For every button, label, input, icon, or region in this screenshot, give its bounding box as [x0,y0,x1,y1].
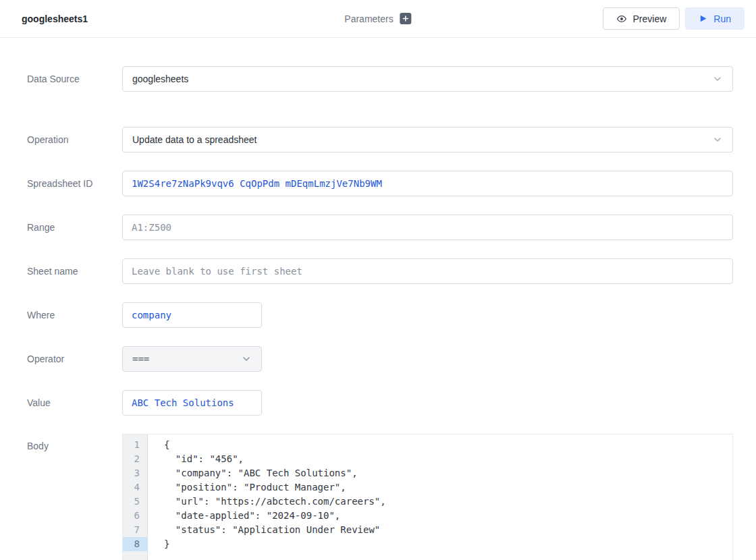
add-parameter-button[interactable] [400,13,412,24]
step-title: googlesheets1 [22,13,88,24]
run-button[interactable]: Run [685,7,745,30]
spreadsheet-id-input[interactable] [122,171,733,196]
header-actions: Preview Run [603,7,745,30]
code-line[interactable]: 8} [123,537,732,551]
code-line-text: "position": "Product Manager", [148,480,346,495]
field-row-value: Value [27,390,733,416]
chevron-down-icon [712,74,723,84]
field-row-spreadsheet-id: Spreadsheet ID [27,171,733,196]
chevron-down-icon [241,354,252,364]
code-line[interactable]: 7 "status": "Application Under Review" [123,523,732,537]
data-source-label: Data Source [27,74,122,84]
value-label: Value [27,397,122,408]
field-row-where: Where [27,302,733,328]
plus-icon [403,16,409,22]
code-line[interactable]: 4 "position": "Product Manager", [123,480,732,495]
field-row-data-source: Data Source googlesheets [27,66,733,92]
eye-icon [616,13,627,24]
line-number: 7 [123,523,148,537]
operation-select[interactable]: Update data to a spreadsheet [122,127,733,152]
code-line[interactable]: 1{ [123,438,732,452]
code-line-text: { [148,438,169,452]
sheet-name-input[interactable] [122,258,733,284]
field-row-sheet-name: Sheet name [27,258,733,284]
parameters-section: Parameters [344,13,411,24]
operation-value: Update data to a spreadsheet [132,134,256,145]
line-number: 2 [123,452,148,466]
spreadsheet-id-label: Spreadsheet ID [27,178,122,189]
code-line-text: "url": "https://abctech.com/careers", [148,495,386,509]
preview-button-label: Preview [633,13,667,24]
body-code-editor[interactable]: 1{2 "id": "456",3 "company": "ABC Tech S… [122,434,733,560]
line-number: 1 [123,438,148,452]
code-line-text: "date-applied": "2024-09-10", [148,509,340,523]
range-input[interactable] [122,215,733,240]
field-row-body: Body 1{2 "id": "456",3 "company": "ABC T… [27,434,733,560]
code-line[interactable]: 5 "url": "https://abctech.com/careers", [123,495,732,509]
body-label: Body [27,434,122,451]
line-number: 6 [123,509,148,523]
code-line-text: "company": "ABC Tech Solutions", [148,466,358,480]
run-button-label: Run [713,13,731,24]
code-line[interactable]: 3 "company": "ABC Tech Solutions", [123,466,732,480]
chevron-down-icon [712,134,723,145]
operation-label: Operation [27,134,122,145]
line-number: 4 [123,480,148,495]
line-number: 5 [123,495,148,509]
field-row-operator: Operator === [27,346,733,372]
data-source-select[interactable]: googlesheets [122,66,733,92]
code-lines: 1{2 "id": "456",3 "company": "ABC Tech S… [123,438,732,551]
code-line[interactable]: 2 "id": "456", [123,452,732,466]
parameters-form: Data Source googlesheets Operation Updat… [0,38,756,560]
line-number: 8 [123,537,148,551]
code-line-text: "id": "456", [148,452,244,466]
operator-select[interactable]: === [122,346,262,372]
code-line-text: "status": "Application Under Review" [148,523,380,537]
operator-value: === [132,354,149,364]
preview-button[interactable]: Preview [603,7,680,30]
where-label: Where [27,310,122,320]
data-source-value: googlesheets [132,74,188,84]
sheet-name-label: Sheet name [27,266,122,277]
parameters-label: Parameters [344,13,393,24]
field-row-range: Range [27,215,733,240]
where-input[interactable] [122,302,262,328]
operator-label: Operator [27,354,122,364]
header: googlesheets1 Parameters Preview Run [0,0,756,38]
field-row-operation: Operation Update data to a spreadsheet [27,127,733,152]
range-label: Range [27,222,122,233]
play-icon [699,14,707,23]
code-line-text: } [148,537,169,551]
value-input[interactable] [122,390,262,416]
code-line[interactable]: 6 "date-applied": "2024-09-10", [123,509,732,523]
line-number: 3 [123,466,148,480]
